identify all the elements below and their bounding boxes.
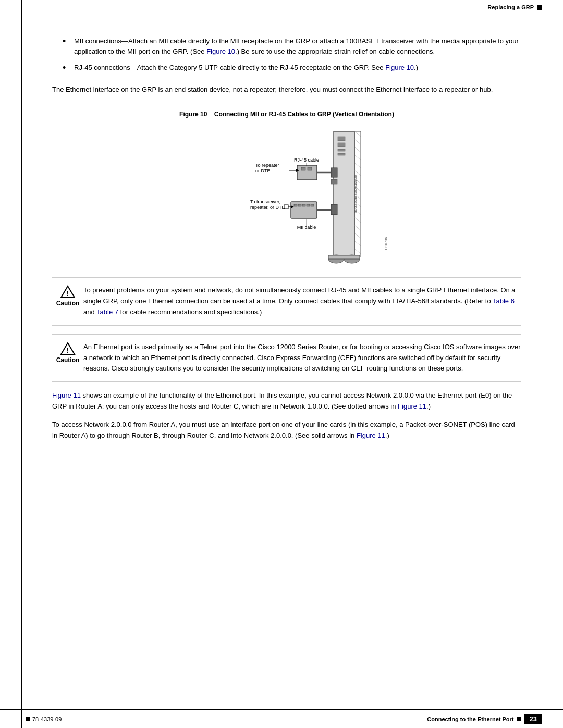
header-title: Replacing a GRP — [487, 4, 534, 10]
svg-rect-7 — [331, 204, 337, 215]
caution-section-1: ! Caution To prevent problems on your sy… — [52, 277, 521, 325]
caution-label-1: Caution — [56, 300, 80, 307]
svg-line-21 — [354, 225, 361, 230]
caution-icon-area-2: ! Caution — [52, 342, 83, 364]
svg-rect-25 — [297, 165, 317, 180]
svg-line-11 — [354, 147, 361, 152]
caution-section-2: ! Caution An Ethernet port is used prima… — [52, 334, 521, 382]
caution-triangle-icon-2: ! — [60, 342, 76, 355]
figure-svg: GIGABIT ROUTE PROCESSOR — [177, 121, 396, 267]
caution-text-2: An Ethernet port is used primarily as a … — [83, 342, 521, 374]
svg-rect-36 — [307, 204, 310, 206]
paragraph-1: The Ethernet interface on the GRP is an … — [52, 84, 521, 95]
svg-line-9 — [354, 131, 361, 137]
svg-line-13 — [354, 163, 361, 168]
svg-rect-6 — [331, 179, 337, 184]
svg-rect-34 — [298, 204, 301, 206]
to-repeater-label: To repeater — [255, 163, 279, 168]
table6-link[interactable]: Table 6 — [493, 297, 515, 305]
footer-left-square — [26, 717, 30, 721]
main-content: • MII connections—Attach an MII cable di… — [10, 15, 563, 459]
page-container: Replacing a GRP • MII connections—Attach… — [0, 0, 563, 728]
footer-left: 78-4339-09 — [26, 716, 62, 722]
repeater-or-dte-label: repeater, or DTE — [250, 205, 285, 210]
svg-rect-33 — [294, 204, 297, 206]
svg-line-10 — [354, 139, 361, 144]
svg-rect-35 — [302, 204, 305, 206]
figure-container: Figure 10 Connecting MII or RJ-45 Cables… — [52, 105, 521, 267]
svg-rect-2 — [338, 143, 345, 147]
svg-text:!: ! — [67, 347, 69, 354]
caution-icon-area-1: ! Caution — [52, 285, 83, 307]
to-transceiver-label: To transceiver, — [250, 199, 280, 204]
figure11-link-1[interactable]: Figure 11 — [52, 391, 81, 399]
svg-line-12 — [354, 155, 361, 160]
footer: 78-4339-09 Connecting to the Ethernet Po… — [0, 709, 563, 728]
list-item: • MII connections—Attach an MII cable di… — [63, 36, 521, 56]
svg-line-23 — [354, 241, 361, 246]
bullet-dot: • — [63, 36, 71, 56]
paragraph-2: Figure 11 shows an example of the functi… — [52, 390, 521, 412]
figure11-link-2[interactable]: Figure 11 — [398, 402, 426, 410]
svg-rect-5 — [331, 168, 337, 177]
svg-rect-37 — [311, 204, 314, 206]
svg-line-22 — [354, 233, 361, 238]
or-dte-label: or DTE — [255, 168, 271, 174]
header-square — [537, 5, 542, 10]
svg-line-24 — [354, 249, 361, 254]
figure11-link-3[interactable]: Figure 11 — [357, 431, 385, 439]
header-bar: Replacing a GRP — [0, 0, 563, 15]
diagram-id: H10736 — [384, 237, 388, 250]
footer-right-square — [517, 717, 521, 721]
svg-line-20 — [354, 217, 361, 223]
footer-doc-id: 78-4339-09 — [32, 716, 62, 722]
figure10-link-2[interactable]: Figure 10 — [385, 64, 414, 71]
page-number: 23 — [524, 714, 542, 724]
diagram-area: GIGABIT ROUTE PROCESSOR — [177, 121, 396, 267]
caution-text-1: To prevent problems on your system and n… — [83, 285, 521, 317]
svg-rect-1 — [338, 137, 345, 141]
bullet-text-1: MII connections—Attach an MII cable dire… — [74, 36, 521, 56]
figure10-link-1[interactable]: Figure 10 — [206, 47, 235, 55]
figure-label: Figure 10 — [179, 110, 212, 118]
svg-text:!: ! — [67, 290, 69, 298]
caution-label-2: Caution — [56, 356, 80, 364]
caution-triangle-icon-1: ! — [60, 285, 76, 299]
bullet-list: • MII connections—Attach an MII cable di… — [63, 36, 521, 74]
bullet-dot: • — [63, 63, 71, 74]
figure-caption: Figure 10 Connecting MII or RJ-45 Cables… — [179, 110, 394, 118]
left-bar — [21, 0, 22, 728]
table7-link[interactable]: Table 7 — [96, 308, 118, 316]
svg-rect-27 — [308, 167, 312, 170]
list-item: • RJ-45 connections—Attach the Category … — [63, 63, 521, 74]
svg-rect-45 — [328, 255, 360, 259]
svg-rect-4 — [338, 153, 345, 155]
rj45-label: RJ-45 cable — [294, 157, 319, 163]
bullet-text-2: RJ-45 connections—Attach the Category 5 … — [74, 63, 418, 74]
svg-rect-26 — [301, 167, 305, 170]
footer-right: Connecting to the Ethernet Port 23 — [427, 714, 542, 724]
figure-title: Connecting MII or RJ-45 Cables to GRP (V… — [214, 110, 394, 118]
footer-section-title: Connecting to the Ethernet Port — [427, 716, 513, 722]
svg-rect-3 — [338, 149, 345, 151]
paragraph-3: To access Network 2.0.0.0 from Router A,… — [52, 419, 521, 441]
